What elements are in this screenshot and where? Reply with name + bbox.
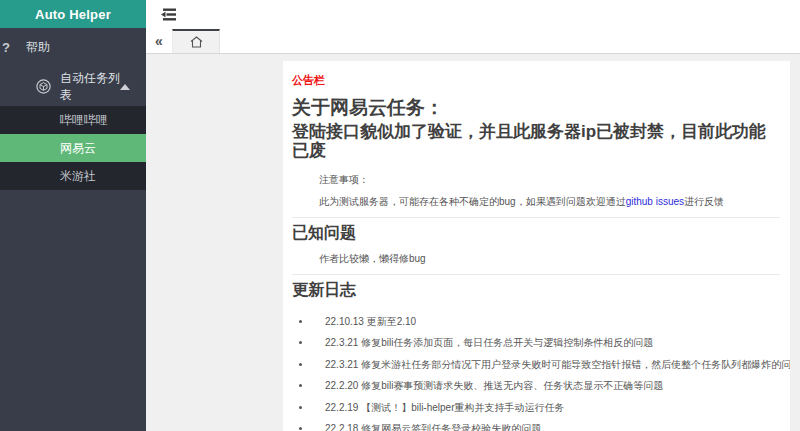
cube-icon <box>36 79 60 94</box>
chevron-up-icon <box>120 84 130 90</box>
section-divider <box>292 217 780 218</box>
sidebar-item-auto-task-list[interactable]: 自动任务列表 <box>0 67 146 106</box>
sidebar-item-label: 哔哩哔哩 <box>60 112 108 129</box>
sidebar-item-netease-cloud[interactable]: 网易云 <box>0 134 146 162</box>
page-title: 关于网易云任务： <box>292 97 780 119</box>
note-title: 注意事项： <box>319 174 780 185</box>
question-icon: ? <box>2 40 26 55</box>
github-issues-link[interactable]: github issues <box>626 196 684 207</box>
collapse-menu-icon <box>160 7 177 22</box>
changelog-item: 22.2.18 修复网易云签到任务登录校验失败的问题 <box>312 423 780 431</box>
changelog-item: 22.2.20 修复bili赛事预测请求失败、推送无内容、任务状态显示不正确等问… <box>312 380 780 391</box>
sidebar-item-label: 自动任务列表 <box>60 70 120 104</box>
home-icon <box>190 36 203 48</box>
sidebar-submenu: 哔哩哔哩 网易云 米游社 <box>0 106 146 190</box>
note-paragraph: 此为测试服务器，可能存在各种不确定的bug，如果遇到问题欢迎通过github i… <box>319 196 780 207</box>
sidebar-item-label: 帮助 <box>26 39 146 56</box>
changelog-item: 22.3.21 修复米游社任务部分情况下用户登录失败时可能导致空指针报错，然后使… <box>312 359 780 370</box>
sidebar-item-bilibili[interactable]: 哔哩哔哩 <box>0 106 146 134</box>
changelog-title: 更新日志 <box>292 280 780 301</box>
tab-bar: « <box>146 29 800 54</box>
tab-home[interactable] <box>172 29 220 53</box>
changelog-item: 22.10.13 更新至2.10 <box>312 316 780 327</box>
app-window: Auto Helper ? 帮助 自动任务列表 哔哩哔哩 网易云 米 <box>0 0 800 431</box>
changelog-item: 22.3.21 修复bili任务添加页面，每日任务总开关与逻辑控制条件相反的问题 <box>312 337 780 348</box>
sidebar-item-label: 网易云 <box>60 140 96 157</box>
workspace: 公告栏 关于网易云任务： 登陆接口貌似加了验证，并且此服务器ip已被封禁，目前此… <box>146 54 800 431</box>
top-navbar <box>146 0 800 29</box>
main-area: « 公告栏 关于网易云任务： 登陆接口貌似加了验证，并且此服务器ip已被封禁，目… <box>146 0 800 431</box>
double-chevron-left-icon: « <box>155 33 163 49</box>
page-subtitle: 登陆接口貌似加了验证，并且此服务器ip已被封禁，目前此功能已废 <box>292 122 780 161</box>
sidebar-item-help[interactable]: ? 帮助 <box>0 28 146 67</box>
sidebar-collapse-button[interactable] <box>160 7 177 22</box>
announcement-card: 公告栏 关于网易云任务： 登陆接口貌似加了验证，并且此服务器ip已被封禁，目前此… <box>283 61 790 431</box>
note-text-post: 进行反馈 <box>684 196 724 207</box>
sidebar-item-label: 米游社 <box>60 168 96 185</box>
note-text-pre: 此为测试服务器，可能存在各种不确定的bug，如果遇到问题欢迎通过 <box>319 196 626 207</box>
sidebar-item-miyoushe[interactable]: 米游社 <box>0 162 146 190</box>
notice-board-label: 公告栏 <box>292 73 780 88</box>
known-issues-title: 已知问题 <box>292 223 780 244</box>
changelog-list: 22.10.13 更新至2.10 22.3.21 修复bili任务添加页面，每日… <box>292 316 780 431</box>
section-divider <box>292 274 780 275</box>
app-logo: Auto Helper <box>0 0 146 28</box>
known-issues-body: 作者比较懒，懒得修bug <box>319 253 780 264</box>
changelog-item: 22.2.19 【测试！】bili-helper重构并支持手动运行任务 <box>312 402 780 413</box>
sidebar: Auto Helper ? 帮助 自动任务列表 哔哩哔哩 网易云 米 <box>0 0 146 431</box>
tab-scroll-left-button[interactable]: « <box>146 29 172 53</box>
